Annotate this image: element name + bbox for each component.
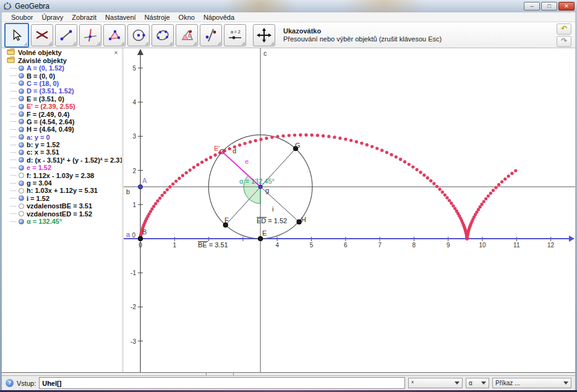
object-definition: b: y = 1.52 bbox=[27, 141, 60, 148]
maximize-button[interactable]: □ bbox=[541, 2, 557, 11]
point-D[interactable] bbox=[259, 185, 262, 189]
algebra-item[interactable]: g = 3.04 bbox=[2, 179, 122, 187]
algebra-item[interactable]: E = (3.51, 0) bbox=[2, 95, 122, 103]
slider-tool-button[interactable]: a = 2 bbox=[224, 24, 246, 46]
visibility-marble-icon[interactable] bbox=[19, 66, 24, 71]
menu-item-upravy[interactable]: Úpravy bbox=[37, 13, 67, 22]
tool-description-label: Přesouvání nebo výběr objektů (zrušit kl… bbox=[283, 35, 442, 43]
algebra-close-icon[interactable]: × bbox=[113, 50, 119, 57]
menu-item-nastroje[interactable]: Nástroje bbox=[140, 13, 174, 22]
visibility-marble-icon[interactable] bbox=[19, 157, 24, 163]
minimize-button[interactable]: – bbox=[524, 2, 540, 11]
visibility-marble-icon[interactable] bbox=[19, 96, 24, 101]
segment-tool-button[interactable] bbox=[55, 24, 77, 46]
algebra-item[interactable]: e = 1.52 bbox=[2, 164, 122, 171]
algebra-item[interactable]: h: 1.03x + 1.12y = 5.31 bbox=[2, 187, 122, 194]
hidden-marble-icon[interactable] bbox=[19, 173, 24, 178]
algebra-item[interactable]: vzdalenostBE = 3.51 bbox=[2, 202, 122, 210]
angle-tool-button[interactable] bbox=[176, 24, 198, 46]
undo-button[interactable]: ↶ bbox=[557, 23, 571, 35]
menu-item-napoveda[interactable]: Nápověda bbox=[199, 13, 239, 22]
algebra-item[interactable]: B = (0, 0) bbox=[2, 72, 122, 79]
algebra-item[interactable]: A = (0, 1.52) bbox=[2, 64, 122, 72]
algebra-item[interactable]: a: y = 0 bbox=[2, 134, 122, 141]
visibility-marble-icon[interactable] bbox=[19, 88, 24, 94]
algebra-item[interactable]: D = (3.51, 1.52) bbox=[2, 87, 122, 95]
point-E[interactable] bbox=[259, 237, 263, 241]
greek-letter-dropdown[interactable]: α bbox=[466, 378, 489, 388]
object-definition: f: 1.12x - 1.03y = 2.38 bbox=[27, 172, 94, 179]
point-A[interactable] bbox=[139, 185, 142, 189]
visibility-marble-icon[interactable] bbox=[19, 150, 24, 155]
dropdown-value: Příkaz ... bbox=[495, 380, 519, 386]
menu-item-nastaveni[interactable]: Nastavení bbox=[101, 13, 140, 22]
exponent-dropdown[interactable]: x bbox=[408, 378, 463, 388]
object-definition: F = (2.49, 0.4) bbox=[27, 111, 69, 118]
algebra-item[interactable]: α = 132.45° bbox=[2, 218, 122, 225]
menu-item-soubor[interactable]: Soubor bbox=[7, 13, 37, 22]
menu-item-zobrazit[interactable]: Zobrazit bbox=[67, 13, 101, 22]
algebra-item[interactable]: d: (x - 3.51)² + (y - 1.52)² = 2.31 bbox=[2, 156, 122, 164]
visibility-marble-icon[interactable] bbox=[19, 195, 24, 201]
visibility-marble-icon[interactable] bbox=[19, 111, 24, 117]
algebra-item[interactable]: b: y = 1.52 bbox=[2, 141, 122, 148]
segment-label-g: g bbox=[265, 187, 269, 194]
hidden-marble-icon[interactable] bbox=[19, 203, 24, 209]
algebra-item[interactable]: H = (4.64, 0.49) bbox=[2, 126, 122, 133]
visibility-marble-icon[interactable] bbox=[19, 219, 24, 224]
graphics-view[interactable]: 54321-1-2-300123456789101112ED = 1.52BE … bbox=[124, 48, 575, 372]
x-tick-label: 7 bbox=[378, 242, 382, 249]
distance-ED-label: ED = 1.52 bbox=[257, 217, 287, 224]
visibility-marble-icon[interactable] bbox=[19, 104, 24, 109]
algebra-item[interactable]: i = 1.52 bbox=[2, 195, 122, 202]
tree-line bbox=[11, 98, 16, 99]
conic-tool-button[interactable] bbox=[152, 24, 174, 46]
redo-arrow-icon: ↷ bbox=[561, 36, 567, 45]
visibility-marble-icon[interactable] bbox=[19, 134, 24, 140]
command-dropdown[interactable]: Příkaz ... bbox=[492, 378, 571, 388]
algebra-section-dependent-objects[interactable]: Závislé objekty bbox=[2, 56, 122, 64]
visibility-marble-icon[interactable] bbox=[19, 119, 24, 124]
visibility-marble-icon[interactable] bbox=[19, 73, 24, 79]
move-tool-button[interactable] bbox=[4, 23, 29, 48]
algebra-item[interactable]: E' = (2.39, 2.55) bbox=[2, 103, 122, 110]
menu-item-okno[interactable]: Okno bbox=[174, 13, 199, 22]
move-graphics-view-tool-button[interactable] bbox=[253, 24, 275, 46]
x-tick-label: 11 bbox=[513, 242, 520, 249]
object-definition: g = 3.04 bbox=[27, 179, 52, 187]
algebra-item[interactable]: G = (4.54, 2.64) bbox=[2, 118, 122, 126]
x-tick-label: 10 bbox=[479, 242, 486, 249]
hidden-marble-icon[interactable] bbox=[19, 211, 24, 216]
algebra-item[interactable]: F = (2.49, 0.4) bbox=[2, 110, 122, 117]
tool-dropdown-corner bbox=[96, 41, 100, 45]
visibility-marble-icon[interactable] bbox=[19, 142, 24, 148]
visibility-marble-icon[interactable] bbox=[19, 165, 24, 171]
algebra-item[interactable]: C = (18, 0) bbox=[2, 80, 122, 87]
algebra-item[interactable]: c: x = 3.51 bbox=[2, 148, 122, 156]
perpendicular-line-tool-button[interactable] bbox=[79, 24, 101, 46]
close-button[interactable]: ✕ bbox=[558, 2, 575, 11]
reflect-tool-button[interactable] bbox=[200, 24, 222, 46]
point-B[interactable] bbox=[139, 237, 143, 241]
algebra-section-free-objects[interactable]: Volné objekty bbox=[2, 48, 122, 56]
object-definition: A = (0, 1.52) bbox=[27, 64, 64, 72]
graphics-background[interactable] bbox=[124, 48, 575, 372]
command-input[interactable] bbox=[39, 377, 405, 389]
y-tick-label: -3 bbox=[130, 338, 136, 345]
object-definition: B = (0, 0) bbox=[27, 72, 55, 80]
polygon-tool-button[interactable] bbox=[103, 24, 126, 46]
point-tool-button[interactable] bbox=[31, 24, 53, 46]
input-help-icon[interactable]: ? bbox=[6, 379, 14, 387]
visibility-marble-icon[interactable] bbox=[19, 80, 24, 86]
hidden-marble-icon[interactable] bbox=[19, 188, 24, 194]
point-label-G: G bbox=[295, 142, 301, 149]
point-H[interactable] bbox=[297, 220, 301, 224]
tree-line bbox=[11, 106, 16, 107]
algebra-item[interactable]: f: 1.12x - 1.03y = 2.38 bbox=[2, 171, 122, 179]
circle-tool-button[interactable] bbox=[127, 24, 150, 46]
visibility-marble-icon[interactable] bbox=[19, 127, 24, 132]
tree-line bbox=[11, 129, 16, 130]
visibility-marble-icon[interactable] bbox=[19, 181, 24, 186]
algebra-item[interactable]: vzdalenostED = 1.52 bbox=[2, 210, 122, 217]
redo-button[interactable]: ↷ bbox=[557, 36, 571, 47]
